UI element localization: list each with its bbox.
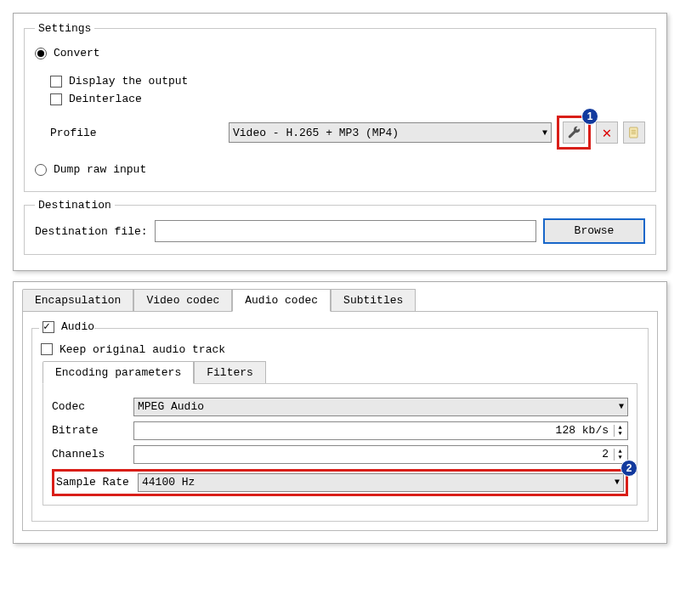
destination-row: Destination file: Browse (35, 218, 645, 244)
channels-label: Channels (52, 448, 133, 461)
document-icon (627, 126, 641, 139)
codec-tabs: Encapsulation Video codec Audio codec Su… (22, 289, 658, 311)
dump-radio[interactable] (35, 164, 47, 176)
settings-panel: Settings Convert Display the output Dein… (13, 13, 667, 271)
chevron-down-icon: ▼ (542, 128, 547, 138)
codec-row: Codec MPEG Audio ▼ (52, 398, 628, 416)
convert-radio[interactable] (35, 48, 47, 59)
annotation-highlight-2: Sample Rate 44100 Hz ▼ (52, 469, 628, 496)
profile-dropdown[interactable]: Video - H.265 + MP3 (MP4) ▼ (229, 122, 552, 143)
keep-original-checkbox[interactable] (41, 343, 53, 355)
tab-video-codec[interactable]: Video codec (133, 289, 232, 311)
dump-row[interactable]: Dump raw input (35, 163, 645, 176)
samplerate-label: Sample Rate (56, 476, 138, 489)
bitrate-row: Bitrate 128 kb/s ▲▼ (52, 421, 628, 440)
bitrate-value: 128 kb/s (556, 424, 609, 437)
new-profile-button[interactable] (623, 122, 645, 144)
spin-icon[interactable]: ▲▼ (614, 425, 624, 437)
chevron-down-icon: ▼ (615, 478, 620, 487)
tab-subtitles[interactable]: Subtitles (331, 289, 416, 311)
settings-legend: Settings (35, 22, 94, 35)
destination-file-label: Destination file: (35, 225, 148, 238)
wrench-icon (567, 126, 581, 139)
destination-file-input[interactable] (155, 220, 536, 242)
codec-dropdown[interactable]: MPEG Audio ▼ (133, 398, 628, 416)
audio-fieldset: Audio Keep original audio track Encoding… (31, 320, 649, 522)
close-icon: ✕ (603, 123, 612, 142)
codec-label: Codec (52, 400, 133, 413)
display-output-label: Display the output (69, 75, 188, 88)
convert-label: Convert (54, 47, 100, 59)
keep-original-row[interactable]: Keep original audio track (41, 343, 641, 356)
bitrate-spinbox[interactable]: 128 kb/s ▲▼ (133, 421, 628, 440)
annotation-badge-1: 1 (581, 108, 598, 125)
tab-encapsulation[interactable]: Encapsulation (22, 289, 133, 311)
edit-profile-button[interactable] (563, 122, 585, 144)
encoding-parameters-body: Codec MPEG Audio ▼ Bitrate 128 kb/s ▲▼ C… (42, 383, 638, 506)
codec-panel: Encapsulation Video codec Audio codec Su… (13, 281, 667, 544)
display-output-checkbox[interactable] (50, 76, 62, 88)
audio-subtabs: Encoding parameters Filters (42, 361, 641, 383)
svg-rect-0 (630, 127, 638, 138)
audio-codec-body: Audio Keep original audio track Encoding… (22, 311, 658, 531)
destination-legend: Destination (35, 199, 115, 212)
channels-spinbox[interactable]: 2 ▲▼ (133, 445, 628, 464)
tab-encoding-parameters[interactable]: Encoding parameters (42, 361, 194, 384)
browse-button[interactable]: Browse (543, 218, 645, 244)
profile-row: Profile Video - H.265 + MP3 (MP4) ▼ 1 ✕ (50, 116, 645, 150)
audio-checkbox[interactable] (42, 321, 54, 333)
tab-filters[interactable]: Filters (194, 361, 266, 383)
dump-label: Dump raw input (54, 163, 146, 176)
tab-audio-codec[interactable]: Audio codec (232, 289, 331, 312)
deinterlace-label: Deinterlace (69, 93, 142, 105)
annotation-badge-2: 2 (620, 460, 638, 477)
codec-value: MPEG Audio (138, 400, 204, 413)
samplerate-dropdown[interactable]: 44100 Hz ▼ (138, 473, 624, 492)
annotation-highlight-1: 1 (557, 116, 591, 150)
spin-icon[interactable]: ▲▼ (614, 449, 624, 461)
destination-fieldset: Destination Destination file: Browse (24, 199, 656, 255)
channels-row: Channels 2 ▲▼ (52, 445, 628, 464)
deinterlace-row[interactable]: Deinterlace (50, 93, 645, 105)
chevron-down-icon: ▼ (619, 402, 624, 411)
keep-original-label: Keep original audio track (60, 343, 225, 356)
audio-label: Audio (61, 320, 94, 333)
display-output-row[interactable]: Display the output (50, 75, 645, 88)
deinterlace-checkbox[interactable] (50, 93, 62, 105)
settings-fieldset: Settings Convert Display the output Dein… (24, 22, 656, 192)
profile-value: Video - H.265 + MP3 (MP4) (233, 127, 399, 139)
audio-fieldset-legend: Audio (39, 320, 94, 336)
samplerate-value: 44100 Hz (142, 476, 195, 489)
delete-profile-button[interactable]: ✕ (596, 122, 618, 144)
samplerate-row: Sample Rate 44100 Hz ▼ (56, 473, 624, 492)
convert-row[interactable]: Convert (35, 47, 645, 59)
profile-label: Profile (50, 127, 229, 139)
bitrate-label: Bitrate (52, 424, 133, 437)
channels-value: 2 (602, 448, 609, 461)
